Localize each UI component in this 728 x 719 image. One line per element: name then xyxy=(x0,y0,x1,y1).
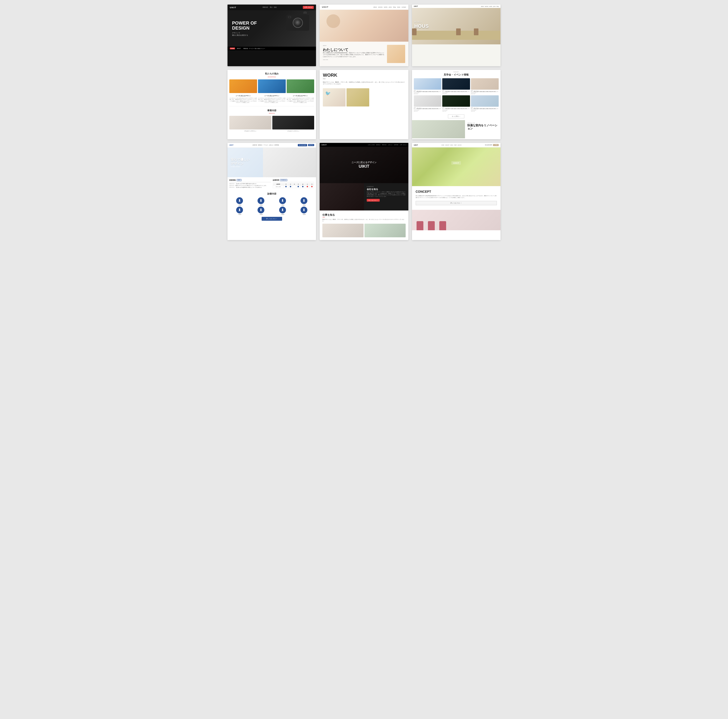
tooth-svg-4 xyxy=(302,199,306,202)
card3-nav-5[interactable]: blog xyxy=(497,6,499,7)
card3-nav-1[interactable]: about xyxy=(481,6,484,7)
sched-header-sun: 日 xyxy=(310,183,314,185)
card2-hero-image xyxy=(320,10,408,41)
card7-tel-area: 00-1234-5678 Web予約 xyxy=(298,144,314,146)
nav-item-1[interactable]: 事業内容 xyxy=(263,6,268,8)
service-desc-1: ビジネスニーズにも応えるカスタマイズデザインを作成します。独自性のあるプロダクト… xyxy=(229,98,257,103)
main-grid: UIKIT 事業内容 博士・技術 お問い合わせ POWER OF DESIGN … xyxy=(228,5,500,240)
card1-hero-text: POWER OF DESIGN デザインで 優れた製品を創造する xyxy=(232,20,257,37)
card8-company-btn[interactable]: 詳しくはこちら ＞ xyxy=(367,199,380,202)
nav-works[interactable]: works xyxy=(384,6,387,8)
nav-blog[interactable]: blog xyxy=(393,6,396,8)
card8-nav-3[interactable]: 事業内容 xyxy=(382,144,387,145)
card7-webyoyaku[interactable]: Web予約 xyxy=(308,144,314,146)
card3-logo: UIKIT xyxy=(414,5,418,7)
icon-item-8: 一般歯科 xyxy=(294,207,314,215)
event-item-3: 地域 ｜ オンライン [リノベ事例] 鎌倉市の築業主義物を活用素を有効活用を利用… xyxy=(471,78,499,95)
nav-ishi[interactable]: 医師紹介 xyxy=(258,144,263,145)
nav-price[interactable]: price xyxy=(389,6,392,8)
camera-viewfinder xyxy=(288,16,291,18)
card9-concept-btn[interactable]: 詳しくはこちら ＞ xyxy=(416,201,497,205)
card9-nav-3[interactable]: MENU xyxy=(450,144,453,145)
jigyou-img-1 xyxy=(229,116,271,130)
jigyou-label-2: プロダクトデザイン xyxy=(272,130,314,132)
card5-work-title: WORK xyxy=(323,73,405,78)
nav-info[interactable]: お知らせ xyxy=(269,144,274,145)
sched-wed-1 xyxy=(293,185,296,188)
card4-img-3 xyxy=(287,80,314,93)
card8-nav-1[interactable]: お知らせ内容 xyxy=(368,144,375,145)
nav-shinryo[interactable]: 診療内容 xyxy=(252,144,257,145)
card9-yoyaku-btn[interactable]: ご予約 xyxy=(493,144,499,146)
event-img-2 xyxy=(442,78,470,90)
event-item-2: 地域 ｜ オンライン [リノベ事例] 鎌倉市の築業主義物を活用素を有効活用を利用… xyxy=(442,78,470,95)
service-desc-2: ビジネスニーズにも応えるカスタマイズデザインを作成します。独自性のあるプロダクト… xyxy=(258,98,286,103)
nav-news[interactable]: news xyxy=(397,6,400,8)
card9-nav-1[interactable]: HOME xyxy=(441,144,444,145)
card8-company-image xyxy=(320,183,364,211)
card8-company-desc: あなたの今日ここにおいて、デザインを重点にみなさんのお役を立てるように取り組んで… xyxy=(367,191,405,197)
card2-logo: UIKIT xyxy=(322,6,329,8)
card8-nav-4[interactable]: お知らせ xyxy=(388,144,392,145)
service-card-2: ニーズに応えるデザイン ビジネスニーズにも応えるカスタマイズデザインを作成します… xyxy=(258,95,286,103)
card7-schedule-col: 診療時間 SCHEDULE 診療時間 月 火 水 木 金 土 日 xyxy=(273,179,314,189)
work-img-2 xyxy=(347,88,369,107)
event-date-4: 2020.01.01 xyxy=(414,111,442,112)
card3-nav-2[interactable]: service xyxy=(485,6,488,7)
nav-access[interactable]: アクセス xyxy=(263,144,268,145)
card6-more-btn[interactable]: もっと見る ＞ xyxy=(448,115,464,118)
card1-nav-links: 事業内容 博士・技術 xyxy=(263,6,277,8)
card7-icon-grid: 一般歯科 一般歯科 一般歯科 xyxy=(229,197,314,215)
card9-nav-2[interactable]: CONCEPT xyxy=(445,144,450,145)
card8-nav-5[interactable]: 採用情報 xyxy=(394,144,398,145)
card1-title: POWER OF DESIGN xyxy=(232,20,257,31)
sched-header-thu: 木 xyxy=(296,183,301,185)
card9-concept-desc: 異なる職種を有する英語関連資格保有者のプロフェッショナルがあなたの何を達成するも… xyxy=(416,195,497,199)
sched-hours: 9:00 - 12:00 xyxy=(273,185,284,188)
icon-item-5: 一般歯科 xyxy=(229,207,250,215)
nav-about[interactable]: about xyxy=(373,6,377,8)
card2-body: 異なる職種を有する英語関連資格保有者、言語のテクノロジーと視点に関連する記事やプ… xyxy=(323,52,384,58)
card8-navbar: UIKIT お知らせ内容 医師紹介 事業内容 お知らせ 採用情報 お問い合わせ xyxy=(320,143,408,147)
card2-more-link[interactable]: view more xyxy=(323,59,384,60)
card4-jigyou-images xyxy=(229,116,314,130)
card5-work-sub: 実績 xyxy=(323,78,405,80)
card4-jigyou-labels: プロダクトデザイン プロダクトデザイン xyxy=(229,130,314,132)
event-title-1: [リノベ事例] 鎌倉市の築業主義物を活用素を有効活用を利用してリノベーション xyxy=(414,91,442,93)
event-title-2: [リノベ事例] 鎌倉市の築業主義物を活用素を有効活用を利用してリノベーション xyxy=(442,91,470,93)
card1-title-line1: POWER OF xyxy=(232,20,257,26)
card8-nav-6[interactable]: お問い合わせ xyxy=(400,144,407,145)
card8-nav-2[interactable]: 医師紹介 xyxy=(376,144,381,145)
card3-nav-4[interactable]: price xyxy=(493,6,496,7)
card7-more-btn[interactable]: 詳しくはこちら ＞ xyxy=(262,217,282,221)
event-img-4 xyxy=(414,95,442,107)
event-date-2: 2020.01.01 xyxy=(442,93,470,95)
card1-logo: UIKIT xyxy=(230,6,236,9)
card7-schedule-badge: SCHEDULE xyxy=(280,179,288,181)
shigoto-img-1 xyxy=(323,224,364,237)
card8-shigoto-desc: 製品デザインには、機能性、デザイン性、生産性などを考慮した設計が行われます。また… xyxy=(323,219,405,222)
card2-about-image xyxy=(387,45,405,63)
icon-item-1: 一般歯科 xyxy=(229,197,250,206)
card9-nav-4[interactable]: STAFF xyxy=(454,144,457,145)
card9-nav-5[interactable]: ACCESS xyxy=(458,144,461,145)
nav-item-2[interactable]: 博士・技術 xyxy=(270,6,277,8)
event-title-3: [リノベ事例] 鎌倉市の築業主義物を活用素を有効活用を利用してリノベーション xyxy=(471,91,499,93)
jigyou-img-2 xyxy=(272,116,314,130)
card3-nav-3[interactable]: works xyxy=(489,6,492,7)
nav-service[interactable]: service xyxy=(378,6,382,8)
nav-contact[interactable]: contact xyxy=(402,6,406,8)
hero-nav-detail[interactable]: 事業内容・サービス一覧その他のメニュー xyxy=(243,47,266,49)
sched-header-wed: 水 xyxy=(293,183,296,185)
camera-lens xyxy=(293,18,303,28)
tooth-svg-8 xyxy=(302,208,306,212)
nav-recruit[interactable]: 採用情報 xyxy=(274,144,279,145)
hero-nav-home[interactable]: HOME xyxy=(230,47,235,49)
camera-body xyxy=(286,15,309,31)
hero-nav-about[interactable]: ABOUT xyxy=(236,47,242,49)
card5-work-header: WORK 実績 製品デザインには、機能性、デザイン性、生産性などを考慮した設計が… xyxy=(320,70,408,86)
card8-company-text: COMPANY 会社を知る あなたの今日ここにおいて、デザインを重点にみなさんの… xyxy=(364,183,408,211)
card1-contact-btn[interactable]: お問い合わせ xyxy=(303,6,314,9)
sched-header-mon: 月 xyxy=(284,183,288,185)
tooth-icon-1 xyxy=(236,197,243,204)
